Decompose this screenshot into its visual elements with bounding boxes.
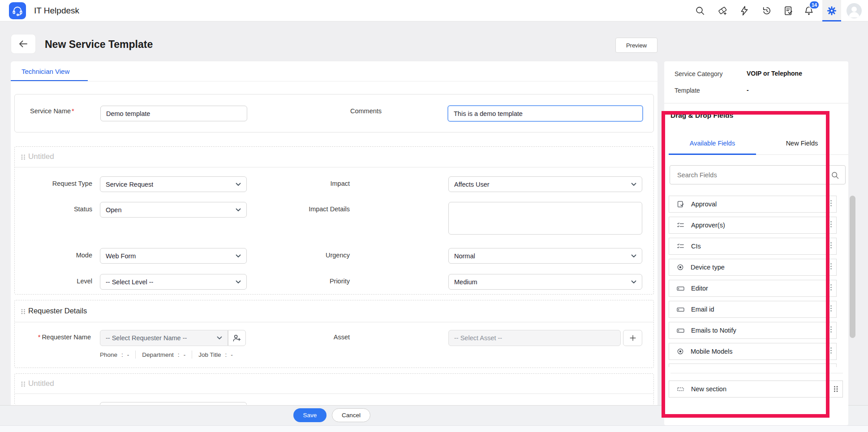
search-fields-box (670, 165, 846, 184)
drag-handle-icon[interactable] (827, 283, 833, 291)
drag-handle-icon[interactable] (827, 241, 833, 249)
section-title: Untitled (28, 152, 54, 161)
section-icon (676, 385, 685, 394)
new-section-drag-handle-icon[interactable] (829, 381, 843, 398)
requester-name-select[interactable]: -- Select Requester Name -- (100, 330, 228, 346)
settings-tab[interactable] (822, 0, 841, 21)
search-icon[interactable] (830, 171, 840, 180)
plus-icon (628, 334, 637, 342)
cancel-button[interactable]: Cancel (332, 408, 370, 422)
status-select[interactable]: Open (100, 202, 247, 218)
priority-select[interactable]: Medium (448, 274, 642, 290)
template-value: - (747, 86, 749, 94)
new-section-item[interactable]: New section (669, 381, 827, 398)
drag-drop-fields-title: Drag & Drop Fields (670, 111, 733, 120)
requester-name-label: *Requester Name (15, 334, 91, 341)
level-label: Level (15, 278, 92, 285)
section-drag-handle-icon[interactable] (20, 154, 26, 160)
drag-drop-panel: Service Category VOIP or Telephone Templ… (664, 61, 848, 425)
new-section-label: New section (691, 385, 726, 393)
radio-icon (676, 347, 684, 355)
impact-label: Impact (266, 180, 350, 187)
history-icon[interactable] (761, 5, 772, 16)
fields-list: Approval Approver(s) CIs Device type (669, 196, 837, 364)
field-item-approval[interactable]: Approval (669, 196, 837, 213)
field-item-emails-to-notify[interactable]: Emails to Notify (669, 322, 837, 339)
horizontal-scrollbar-track[interactable] (0, 425, 868, 432)
section-header-divider (15, 167, 653, 167)
field-item-email-id[interactable]: Email id (669, 301, 837, 318)
textbox-icon (676, 305, 685, 314)
chevron-down-icon (631, 254, 636, 258)
comments-label: Comments (350, 107, 382, 115)
field-item-mobile-models[interactable]: Mobile Models (669, 343, 837, 360)
chevron-down-icon (236, 183, 241, 186)
impact-details-textarea[interactable] (448, 202, 642, 235)
page-title: New Service Template (45, 38, 153, 51)
app-title: IT Helpdesk (34, 6, 79, 16)
fields-list-divider (670, 373, 843, 373)
section-title: Untitled (28, 379, 54, 388)
checklist-icon (676, 242, 685, 251)
impact-select[interactable]: Affects User (448, 176, 642, 192)
comments-input[interactable] (447, 105, 643, 122)
drag-handle-icon[interactable] (827, 325, 833, 334)
drag-handle-icon[interactable] (827, 220, 833, 228)
tab-technician-view[interactable]: Technician View (21, 68, 69, 75)
app-logo[interactable] (9, 2, 26, 19)
textbox-icon (676, 326, 685, 335)
back-button[interactable] (11, 34, 36, 54)
vertical-scrollbar-thumb[interactable] (850, 196, 855, 338)
asset-label: Asset (266, 334, 350, 341)
template-header-box: Service Name* Comments (14, 94, 654, 133)
drag-handle-icon[interactable] (827, 199, 833, 207)
task-list-icon[interactable] (783, 5, 794, 16)
template-label: Template (675, 87, 700, 94)
save-button[interactable]: Save (293, 408, 327, 422)
panel-divider (664, 103, 848, 103)
chevron-down-icon (236, 208, 241, 212)
add-asset-button[interactable] (623, 330, 642, 346)
service-category-value: VOIP or Telephone (747, 70, 802, 77)
section-header-divider (15, 322, 653, 322)
service-name-input[interactable] (100, 106, 247, 121)
section-title: Requester Details (28, 307, 87, 315)
field-item-cis[interactable]: CIs (669, 238, 837, 255)
preview-button[interactable]: Preview (615, 38, 657, 53)
drag-handle-icon[interactable] (827, 346, 833, 355)
urgency-select[interactable]: Normal (448, 248, 642, 264)
tab-new-fields[interactable]: New Fields (761, 137, 843, 149)
service-name-label: Service Name* (30, 107, 97, 115)
mode-select[interactable]: Web Form (100, 248, 247, 264)
search-fields-input[interactable] (677, 166, 825, 184)
clipped-field-select[interactable] (100, 402, 247, 405)
chevron-down-icon (236, 254, 241, 258)
screen: IT Helpdesk (0, 0, 868, 432)
level-select[interactable]: -- Select Level -- (100, 274, 247, 290)
drag-handle-icon[interactable] (827, 304, 833, 312)
field-item-partial (669, 364, 837, 367)
field-item-device-type[interactable]: Device type (669, 259, 837, 276)
mode-label: Mode (15, 252, 92, 259)
request-type-label: Request Type (15, 180, 92, 187)
section-drag-handle-icon[interactable] (20, 308, 26, 315)
add-requester-button[interactable] (228, 330, 246, 346)
tabrow-divider (11, 81, 657, 81)
field-item-editor[interactable]: Editor (669, 280, 837, 297)
status-label: Status (15, 205, 92, 213)
field-item-approver-s-[interactable]: Approver(s) (669, 217, 837, 234)
panel-tabrow-divider (756, 154, 848, 155)
section-drag-handle-icon[interactable] (20, 381, 26, 387)
ticket-add-icon[interactable] (717, 5, 728, 16)
search-icon[interactable] (695, 5, 705, 16)
flash-icon[interactable] (739, 5, 750, 16)
asset-select[interactable]: -- Select Asset -- (448, 330, 621, 346)
drag-handle-icon[interactable] (827, 262, 833, 270)
tab-available-fields[interactable]: Available Fields (669, 137, 756, 149)
radio-icon (676, 263, 684, 271)
priority-label: Priority (266, 278, 350, 285)
gear-icon (826, 5, 837, 16)
request-type-select[interactable]: Service Request (100, 176, 247, 192)
section-untitled-1: Untitled Request Type Service Request Im… (14, 146, 654, 295)
avatar[interactable] (847, 3, 862, 18)
